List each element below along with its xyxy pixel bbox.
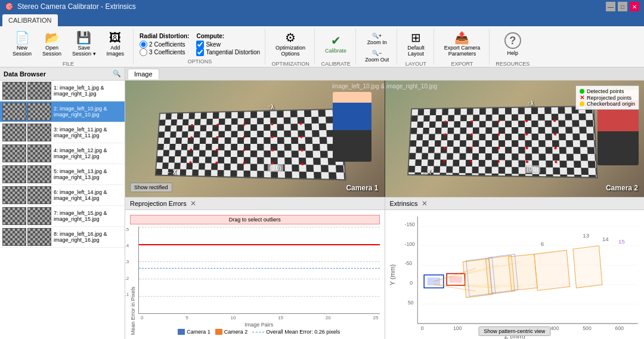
2-coefficients-option[interactable]: 2 Coefficients (140, 41, 189, 48)
thumb-left-5 (2, 165, 26, 183)
calibrate-group-items: ✔ Calibrate (321, 29, 351, 60)
open-session-button[interactable]: 📂 OpenSession (38, 29, 66, 60)
data-browser-item-3[interactable]: 3: image_left_11.jpg & image_right_11.jp… (0, 122, 125, 143)
item-label-4: 4: image_left_12.jpg & image_right_12.jp… (54, 147, 122, 159)
layout-group-label: LAYOUT (405, 61, 426, 67)
thumb-left-2 (2, 103, 26, 121)
thumb-left-7 (2, 207, 26, 225)
layout-group-items: ⊞ DefaultLayout (403, 29, 429, 60)
chart-area: Drag to select outliers Mean Error in Pi… (125, 210, 385, 339)
data-browser-list[interactable]: 1: image_left_1.jpg & image_right_1.jpg … (0, 81, 125, 339)
svg-marker-10 (508, 254, 537, 291)
cam2-color (215, 329, 222, 335)
pattern-num-14: 14 (602, 236, 608, 242)
thumb-checker-right-7 (28, 208, 51, 224)
ytick-00: 0 (125, 308, 129, 313)
title-bar: 🎯 Stereo Camera Calibrator - Extrinsics … (0, 0, 644, 13)
origin-label: Checkerboard origin (587, 101, 635, 107)
ytick-03: 0.3 (125, 259, 129, 264)
data-browser-item-6[interactable]: 6: image_left_14.jpg & image_right_14.jp… (0, 185, 125, 206)
close-button[interactable]: ✕ (630, 2, 639, 11)
thumb-checker-left-8 (3, 229, 26, 245)
export-label: Export CameraParameters (444, 45, 481, 57)
thumb-pair-1 (2, 82, 51, 100)
thumb-checker-left-1 (3, 82, 26, 99)
export-group-items: 📤 Export CameraParameters (440, 29, 485, 60)
zoom-out-label: Zoom Out (365, 57, 389, 63)
data-browser-search-icon[interactable]: 🔍 (113, 70, 121, 78)
reprojection-close-btn[interactable]: ✕ (190, 199, 196, 208)
maximize-button[interactable]: □ (618, 2, 627, 11)
calibration-tab[interactable]: CALIBRATION (2, 14, 58, 26)
add-images-label: AddImages (107, 45, 125, 57)
svg-marker-14 (573, 245, 602, 288)
title-bar-controls[interactable]: — □ ✕ (606, 2, 639, 11)
extrinsics-close-btn[interactable]: ✕ (422, 199, 428, 208)
3-coefficients-option[interactable]: 3 Coefficients (140, 48, 189, 56)
thumb-checker-right-8 (28, 229, 51, 245)
data-browser-item-4[interactable]: 4: image_left_12.jpg & image_right_12.jp… (0, 143, 125, 164)
export-parameters-button[interactable]: 📤 Export CameraParameters (440, 29, 485, 60)
legend-detected: Detected points (580, 88, 635, 94)
minimize-button[interactable]: — (606, 2, 615, 11)
x-ticks: 0 5 10 15 20 25 (138, 315, 380, 320)
optimization-group: ⚙ OptimizationOptions OPTIMIZATION (267, 29, 315, 64)
data-browser-item-8[interactable]: 8: image_left_16.jpg & image_right_16.jp… (0, 227, 125, 248)
data-browser-item-1[interactable]: 1: image_left_1.jpg & image_right_1.jpg (0, 81, 125, 101)
data-browser-item-7[interactable]: 7: image_left_15.jpg & image_right_15.jp… (0, 206, 125, 227)
tangential-distortion-option[interactable]: Tangential Distortion (196, 48, 260, 56)
reprojected-label: Reprojected points (587, 95, 631, 101)
camera1-origin-label: (0'0) (268, 164, 283, 172)
thumb-left-1 (2, 82, 26, 100)
compute-label: Compute: (196, 33, 260, 39)
ytick-neg50: -50 (404, 260, 412, 266)
thumb-checker-right-1 (28, 82, 51, 99)
legend-origin: Checkerboard origin (580, 101, 635, 107)
right-panels: Image image_left_10.jpg & image_right_10… (125, 67, 644, 339)
help-label: Help (507, 50, 518, 56)
default-layout-button[interactable]: ⊞ DefaultLayout (403, 29, 429, 60)
optimization-icon: ⚙ (285, 32, 296, 44)
legend-cam2: Camera 2 (215, 329, 248, 335)
reprojection-title: Reprojection Errors (130, 200, 187, 207)
item-label-7: 7: image_left_15.jpg & image_right_15.jp… (54, 210, 122, 222)
camera2-detected-points (408, 107, 596, 177)
thumb-checker-left-5 (3, 166, 26, 183)
new-session-icon: 📄 (15, 32, 30, 44)
file-group-items: 📄 NewSession 📂 OpenSession 💾 SaveSession… (8, 29, 128, 60)
thumb-checker-right-6 (28, 187, 51, 204)
title-bar-text: Stereo Camera Calibrator - Extrinsics (17, 2, 136, 11)
thumb-left-4 (2, 144, 26, 162)
show-pattern-centric-button[interactable]: Show pattern-centric view (478, 326, 550, 336)
data-browser-item-2[interactable]: 2: image_left_10.jpg & image_right_10.jp… (0, 101, 125, 122)
zoom-out-button[interactable]: 🔍− Zoom Out (362, 48, 392, 64)
item-label-1: 1: image_left_1.jpg & image_right_1.jpg (54, 85, 122, 97)
mean-legend-label: Overall Mean Error: 0.26 pixels (266, 329, 340, 335)
thumb-right-2 (27, 103, 51, 121)
legend-reprojected: ✕ Reprojected points (580, 94, 635, 101)
optimization-options-button[interactable]: ⚙ OptimizationOptions (271, 29, 309, 60)
calibrate-button[interactable]: ✔ Calibrate (321, 29, 351, 60)
skew-option[interactable]: Skew (196, 41, 260, 48)
thumb-left-3 (2, 124, 26, 141)
show-rectified-button-cam1[interactable]: Show rectified (130, 183, 172, 192)
app-icon: 🎯 (5, 2, 14, 11)
item-label-8: 8: image_left_16.jpg & image_right_16.jp… (54, 231, 122, 243)
zoom-in-button[interactable]: 🔍+ Zoom In (362, 31, 392, 47)
thumb-checker-left-6 (3, 187, 26, 204)
calibrate-group: ✔ Calibrate CALIBRATE (316, 29, 356, 64)
ytick-01: 0.1 (125, 292, 129, 297)
help-button[interactable]: ? Help (500, 29, 525, 60)
options-group-label: OPTIONS (188, 58, 212, 64)
item-label-5: 5: image_left_13.jpg & image_right_13.jp… (54, 168, 122, 180)
data-browser-item-5[interactable]: 5: image_left_13.jpg & image_right_13.jp… (0, 164, 125, 185)
export-group: 📤 Export CameraParameters EXPORT (435, 29, 490, 64)
ztick-400: 400 (550, 325, 559, 331)
add-images-button[interactable]: 🖼 AddImages (103, 29, 129, 60)
export-group-label: EXPORT (451, 61, 473, 67)
new-session-button[interactable]: 📄 NewSession (8, 29, 36, 60)
thumb-checker-left-2 (3, 103, 26, 120)
save-session-button[interactable]: 💾 SaveSession ▾ (68, 29, 100, 60)
image-tab[interactable]: Image (128, 69, 159, 79)
xtick-25: 25 (373, 315, 379, 320)
